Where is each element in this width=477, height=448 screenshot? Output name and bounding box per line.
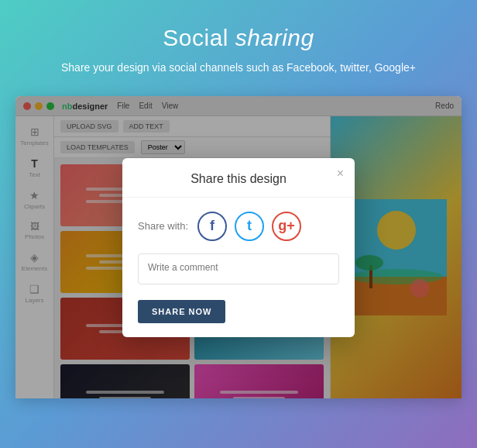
share-now-button[interactable]: SHARE NOW <box>138 300 225 323</box>
modal-overlay: Share this design × Share with: f t <box>15 96 462 398</box>
page-title: Social sharing <box>15 25 462 51</box>
social-icons-group: f t g+ <box>197 212 301 241</box>
share-with-row: Share with: f t g+ <box>138 212 339 241</box>
facebook-icon[interactable]: f <box>197 212 227 241</box>
twitter-icon[interactable]: t <box>235 212 264 241</box>
app-window: nbdesigner File Edit View Redo ⊞ Templat… <box>15 96 462 398</box>
page-subtitle: Share your design via social channels su… <box>15 59 462 76</box>
app-body: ⊞ Templates T Text ★ Cliparts 🖼 Photos ◈… <box>15 116 462 398</box>
modal-close-button[interactable]: × <box>337 167 344 180</box>
modal-title: Share this design <box>190 172 287 185</box>
share-with-label: Share with: <box>138 220 188 232</box>
header-section: Social sharing Share your design via soc… <box>0 0 477 88</box>
modal-body: Share with: f t g+ <box>122 198 355 337</box>
share-modal: Share this design × Share with: f t <box>122 158 355 337</box>
comment-input[interactable] <box>138 253 339 284</box>
modal-header: Share this design × <box>122 158 355 198</box>
google-plus-icon[interactable]: g+ <box>272 212 301 241</box>
